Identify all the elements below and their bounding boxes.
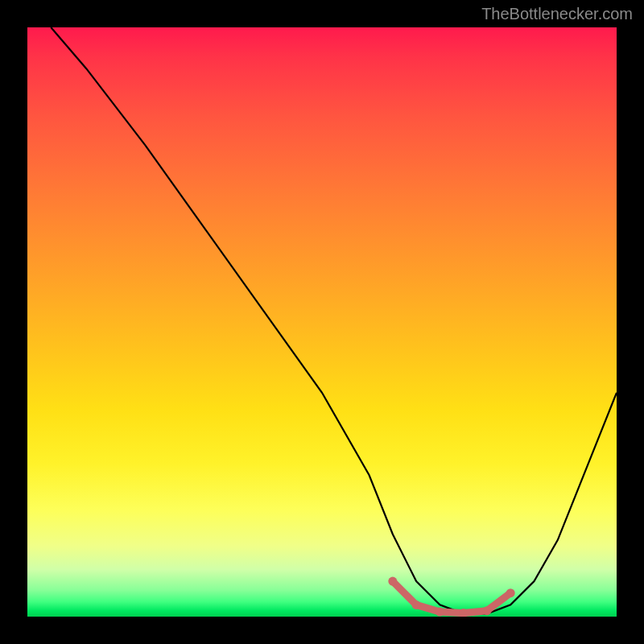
optimal-zone-point xyxy=(483,606,492,615)
chart-svg xyxy=(27,27,617,617)
optimal-zone-point xyxy=(412,601,421,609)
attribution-text: TheBottlenecker.com xyxy=(481,5,633,23)
plot-area xyxy=(27,27,617,617)
optimal-zone-point xyxy=(436,608,444,617)
optimal-zone-point xyxy=(388,577,397,586)
optimal-zone-point xyxy=(506,588,515,597)
bottleneck-curve xyxy=(51,27,617,613)
